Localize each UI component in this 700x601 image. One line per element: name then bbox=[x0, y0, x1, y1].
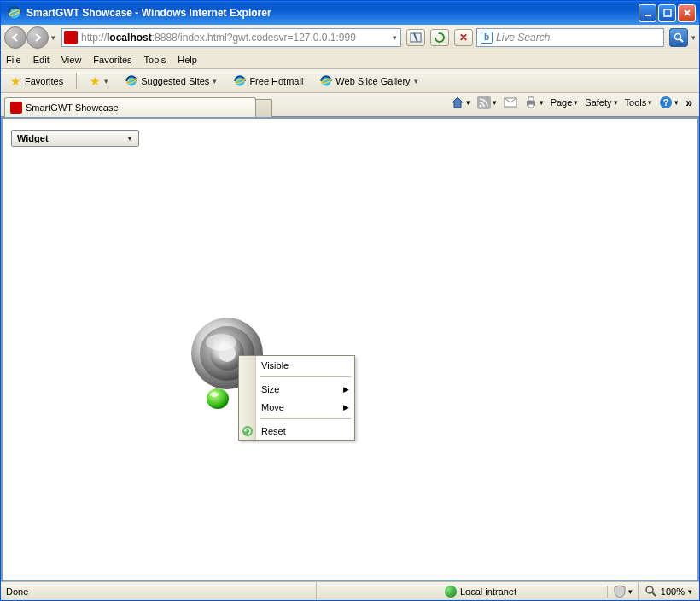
protected-mode-cell[interactable]: ▾ bbox=[608, 582, 639, 600]
search-placeholder: Live Search bbox=[496, 32, 550, 44]
maximize-button[interactable] bbox=[658, 4, 676, 22]
pawn-image[interactable] bbox=[205, 386, 230, 411]
safety-menu[interactable]: Safety▾ bbox=[585, 97, 617, 108]
refresh-button[interactable] bbox=[430, 29, 449, 46]
print-icon bbox=[524, 96, 538, 109]
svg-rect-2 bbox=[645, 15, 651, 16]
bing-icon: b bbox=[481, 32, 493, 44]
help-button[interactable]: ? ▾ bbox=[659, 96, 679, 109]
stop-button[interactable]: ✕ bbox=[454, 29, 473, 46]
svg-point-24 bbox=[206, 334, 236, 351]
tab-smartgwt[interactable]: SmartGWT Showcase bbox=[4, 97, 256, 117]
ie-icon bbox=[234, 75, 246, 87]
context-menu-reset-label: Reset bbox=[261, 426, 286, 436]
widget-dropdown[interactable]: Widget bbox=[11, 130, 139, 147]
menu-tools[interactable]: Tools bbox=[144, 55, 166, 65]
web-slice-button[interactable]: Web Slice Gallery bbox=[316, 73, 422, 89]
suggested-sites-label: Suggested Sites bbox=[141, 76, 209, 86]
status-zone-cell[interactable]: Local intranet bbox=[440, 586, 608, 598]
back-button[interactable] bbox=[4, 26, 26, 49]
compat-view-button[interactable] bbox=[406, 29, 425, 46]
nav-history-dropdown[interactable]: ▾ bbox=[49, 33, 58, 42]
context-menu-separator bbox=[260, 418, 351, 419]
reset-icon bbox=[241, 424, 254, 438]
svg-rect-17 bbox=[528, 104, 534, 108]
forward-button[interactable] bbox=[26, 26, 49, 49]
context-menu-visible[interactable]: Visible bbox=[239, 356, 354, 374]
svg-point-13 bbox=[479, 105, 481, 108]
menu-help[interactable]: Help bbox=[178, 55, 197, 65]
rss-icon bbox=[477, 96, 491, 109]
window-frame: SmartGWT Showcase - Windows Internet Exp… bbox=[0, 0, 700, 601]
menu-favorites[interactable]: Favorites bbox=[93, 55, 131, 65]
page-label: Page bbox=[551, 97, 573, 108]
context-menu-size[interactable]: Size ▶ bbox=[239, 380, 354, 398]
context-menu-move[interactable]: Move ▶ bbox=[239, 398, 354, 416]
favorites-bar: ★ Favorites ★ ▾ Suggested Sites Free Hot… bbox=[1, 69, 699, 93]
svg-rect-12 bbox=[477, 96, 491, 109]
close-button[interactable] bbox=[678, 4, 696, 22]
separator bbox=[76, 73, 77, 89]
svg-rect-3 bbox=[664, 9, 671, 16]
url-dropdown-icon[interactable]: ▾ bbox=[391, 33, 399, 42]
tools-label: Tools bbox=[625, 97, 647, 108]
window-buttons bbox=[639, 4, 696, 22]
context-menu: Visible Size ▶ Move ▶ Reset bbox=[238, 355, 355, 441]
more-commands-chevron-icon[interactable]: » bbox=[685, 96, 692, 109]
submenu-arrow-icon: ▶ bbox=[343, 403, 349, 411]
svg-point-28 bbox=[646, 586, 653, 593]
favorites-button[interactable]: ★ Favorites bbox=[6, 73, 67, 90]
home-button[interactable]: ▾ bbox=[451, 96, 470, 109]
star-icon: ★ bbox=[10, 74, 21, 88]
context-menu-separator bbox=[260, 376, 351, 377]
shield-icon bbox=[613, 585, 627, 598]
tab-icon bbox=[10, 102, 22, 114]
ie-icon bbox=[320, 75, 332, 87]
ie-icon bbox=[125, 75, 137, 87]
menu-file[interactable]: File bbox=[6, 55, 21, 65]
zoom-cell[interactable]: 100% ▾ bbox=[639, 586, 699, 598]
menu-edit[interactable]: Edit bbox=[33, 55, 50, 65]
ie-icon bbox=[8, 6, 21, 20]
search-go-button[interactable] bbox=[669, 28, 688, 47]
address-bar[interactable]: http://localhost:8888/index.html?gwt.cod… bbox=[61, 28, 401, 47]
add-favorite-button[interactable]: ★ ▾ bbox=[85, 73, 113, 90]
zone-icon bbox=[445, 586, 457, 598]
tools-menu[interactable]: Tools▾ bbox=[625, 97, 653, 108]
feeds-button[interactable]: ▾ bbox=[477, 96, 497, 109]
url-path: :8888/index.html?gwt.codesvr=127.0.0.1:9… bbox=[152, 32, 356, 44]
url-host: localhost bbox=[107, 32, 152, 44]
submenu-arrow-icon: ▶ bbox=[343, 385, 349, 394]
url-scheme: http:// bbox=[81, 32, 107, 44]
safety-label: Safety bbox=[585, 97, 611, 108]
search-options-dropdown[interactable]: ▾ bbox=[691, 33, 696, 42]
menu-view[interactable]: View bbox=[61, 55, 82, 65]
widget-dropdown-label: Widget bbox=[17, 133, 49, 143]
search-box[interactable]: b Live Search bbox=[476, 28, 664, 47]
svg-point-5 bbox=[675, 33, 681, 39]
dropdown-icon: ▾ bbox=[104, 77, 108, 85]
svg-point-27 bbox=[242, 426, 253, 436]
svg-point-25 bbox=[207, 388, 229, 409]
suggested-sites-button[interactable]: Suggested Sites bbox=[121, 73, 221, 89]
print-button[interactable]: ▾ bbox=[524, 96, 544, 109]
menu-bar: File Edit View Favorites Tools Help bbox=[1, 50, 699, 69]
help-icon: ? bbox=[659, 96, 673, 109]
minimize-button[interactable] bbox=[639, 4, 656, 22]
page-menu[interactable]: Page▾ bbox=[551, 97, 579, 108]
new-tab-button[interactable] bbox=[255, 99, 272, 117]
web-slice-label: Web Slice Gallery bbox=[335, 76, 410, 86]
status-bar: Done Local intranet ▾ 100% ▾ bbox=[1, 581, 699, 600]
command-bar: ▾ ▾ ▾ Page▾ Safety▾ Tools▾ ? ▾ » bbox=[451, 96, 692, 109]
window-title: SmartGWT Showcase - Windows Internet Exp… bbox=[25, 7, 639, 19]
title-bar: SmartGWT Showcase - Windows Internet Exp… bbox=[1, 1, 699, 25]
svg-text:?: ? bbox=[663, 97, 669, 108]
svg-rect-16 bbox=[528, 97, 534, 101]
tab-title: SmartGWT Showcase bbox=[26, 102, 119, 113]
context-menu-size-label: Size bbox=[261, 384, 279, 394]
zoom-value: 100% bbox=[661, 586, 685, 597]
nav-bar: ▾ http://localhost:8888/index.html?gwt.c… bbox=[1, 25, 699, 50]
read-mail-button[interactable] bbox=[504, 97, 517, 108]
free-hotmail-button[interactable]: Free Hotmail bbox=[230, 73, 307, 89]
context-menu-reset[interactable]: Reset bbox=[239, 422, 354, 440]
